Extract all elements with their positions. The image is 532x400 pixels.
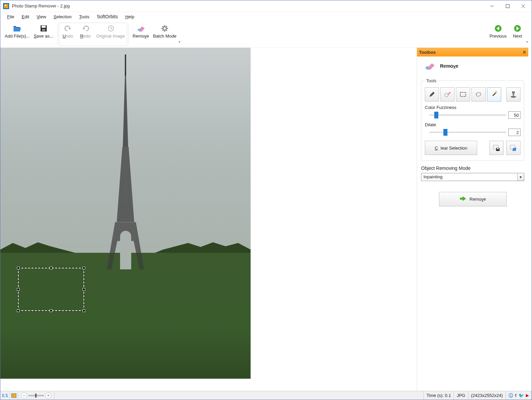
- toolbar-redo-label: Redo: [80, 34, 91, 39]
- toolbar-undo-label: Undo: [63, 34, 73, 39]
- toolbar-add-files-label: Add File(s)...: [5, 34, 30, 39]
- tool-clone-stamp-button[interactable]: [506, 87, 521, 102]
- toolbar-separator: [57, 25, 57, 44]
- arrow-right-circle-icon: [513, 24, 522, 32]
- tool-lasso-button[interactable]: [471, 87, 486, 102]
- tool-magic-wand-button[interactable]: [487, 87, 501, 102]
- object-removing-mode-select[interactable]: Inpainting ▼: [421, 173, 524, 181]
- clear-selection-label: lear Selection: [441, 146, 467, 151]
- twitter-icon[interactable]: 🐦: [518, 393, 524, 398]
- facebook-icon[interactable]: f: [515, 393, 516, 398]
- zoom-slider[interactable]: [28, 395, 44, 396]
- window-title: Photo Stamp Remover - 2.jpg: [12, 3, 484, 8]
- selection-handle[interactable]: [17, 267, 20, 269]
- folder-open-icon: [13, 24, 21, 32]
- color-fuzziness-slider[interactable]: [430, 114, 506, 116]
- selection-handle[interactable]: [17, 288, 20, 291]
- window-close-button[interactable]: [515, 1, 531, 11]
- toolbox-header[interactable]: Toolbox ✕: [417, 48, 528, 57]
- window-maximize-button[interactable]: [500, 1, 515, 11]
- toolbar-next-button[interactable]: Next: [509, 23, 526, 46]
- svg-point-42: [511, 96, 516, 98]
- toolbar-redo-button[interactable]: Redo: [77, 23, 94, 46]
- chevron-down-icon: ▼: [517, 173, 524, 181]
- toolbar-original-image-button[interactable]: Original Image: [94, 23, 127, 46]
- menu-softorbits[interactable]: SoftOrbits: [93, 13, 121, 21]
- floppy-disk-icon: [40, 24, 48, 32]
- loaded-image: [0, 48, 251, 379]
- svg-line-26: [166, 26, 167, 27]
- toolbar-previous-label: Previous: [489, 34, 507, 39]
- tools-fieldset: Tools Color Fuzziness: [421, 78, 524, 161]
- toolbox-title: Toolbox: [419, 50, 436, 55]
- load-selection-button[interactable]: [506, 141, 521, 155]
- toolbar-separator: [129, 25, 129, 44]
- selection-handle[interactable]: [50, 267, 52, 269]
- toolbar-remove-button[interactable]: Remove: [131, 23, 151, 46]
- save-selection-button[interactable]: [489, 141, 504, 155]
- selection-handle[interactable]: [50, 309, 52, 312]
- svg-rect-11: [42, 29, 45, 31]
- svg-marker-47: [512, 148, 516, 151]
- status-spacer: [54, 391, 424, 400]
- undo-icon: [64, 24, 72, 32]
- fit-to-window-button[interactable]: [10, 391, 18, 400]
- toolbar-remove-label: Remove: [133, 34, 149, 39]
- menu-help-label: elp: [129, 14, 134, 19]
- color-fuzziness-value[interactable]: [508, 111, 521, 119]
- zoom-in-button[interactable]: +: [45, 393, 51, 399]
- selection-handle[interactable]: [17, 309, 20, 312]
- menu-selection[interactable]: Selection: [50, 13, 75, 21]
- object-removing-mode-value: Inpainting: [421, 173, 517, 181]
- selection-handle[interactable]: [83, 267, 85, 269]
- dropdown-arrow-icon[interactable]: ▾: [526, 40, 529, 46]
- arrow-left-circle-icon: [494, 24, 502, 32]
- toolbox-remove-header: Remove: [440, 63, 458, 69]
- gear-icon: [161, 24, 169, 32]
- dilate-value[interactable]: [508, 129, 521, 136]
- clear-selection-button[interactable]: Clear Selection: [425, 141, 477, 155]
- svg-line-38: [493, 92, 496, 96]
- arrow-right-icon: [459, 196, 467, 203]
- menu-file[interactable]: File: [4, 13, 18, 21]
- toolbar-next-label: Next: [513, 34, 522, 39]
- toolbar-add-files-button[interactable]: Add File(s)...: [3, 23, 32, 46]
- tool-rectangle-select-button[interactable]: [456, 87, 470, 102]
- menu-view[interactable]: View: [33, 13, 49, 21]
- window-minimize-button[interactable]: [484, 1, 500, 11]
- tool-pencil-button[interactable]: [425, 87, 439, 102]
- tool-erase-brush-button[interactable]: [440, 87, 455, 102]
- svg-point-2: [5, 5, 6, 6]
- toolbox-panel: Toolbox ✕ Remove Tools: [417, 48, 528, 391]
- remove-action-label: Remove: [469, 197, 486, 202]
- tools-legend: Tools: [425, 78, 438, 83]
- svg-rect-10: [42, 26, 46, 28]
- remove-action-button[interactable]: Remove: [439, 192, 507, 206]
- svg-line-16: [111, 28, 112, 29]
- toolbox-close-button[interactable]: ✕: [523, 50, 526, 55]
- selection-handle[interactable]: [83, 288, 85, 291]
- selection-marquee[interactable]: [18, 268, 84, 311]
- toolbar-save-as-button[interactable]: Save as...: [32, 23, 55, 46]
- svg-line-27: [162, 30, 163, 31]
- toolbar-save-as-label: Save as...: [34, 34, 53, 39]
- dropdown-arrow-icon[interactable]: ▾: [179, 40, 182, 46]
- menu-edit-label: dit: [25, 14, 29, 19]
- selection-handle[interactable]: [83, 309, 85, 312]
- info-icon[interactable]: ⓘ: [509, 393, 513, 399]
- zoom-actual-button[interactable]: 1:1: [0, 391, 10, 400]
- svg-rect-1: [4, 4, 8, 8]
- svg-rect-40: [512, 91, 515, 93]
- zoom-out-button[interactable]: −: [21, 393, 27, 399]
- menu-help[interactable]: Help: [122, 13, 138, 21]
- youtube-icon[interactable]: ▶: [526, 393, 529, 398]
- toolbar-batch-label: Batch Mode: [153, 34, 176, 39]
- dilate-slider[interactable]: [430, 132, 506, 133]
- menu-edit[interactable]: Edit: [18, 13, 32, 21]
- zoom-control: − +: [18, 391, 54, 400]
- menu-tools[interactable]: Tools: [76, 13, 93, 21]
- toolbar-batch-mode-button[interactable]: Batch Mode: [151, 23, 178, 46]
- toolbar-previous-button[interactable]: Previous: [487, 23, 509, 46]
- toolbar-undo-button[interactable]: Undo: [59, 23, 77, 46]
- svg-point-35: [445, 93, 448, 97]
